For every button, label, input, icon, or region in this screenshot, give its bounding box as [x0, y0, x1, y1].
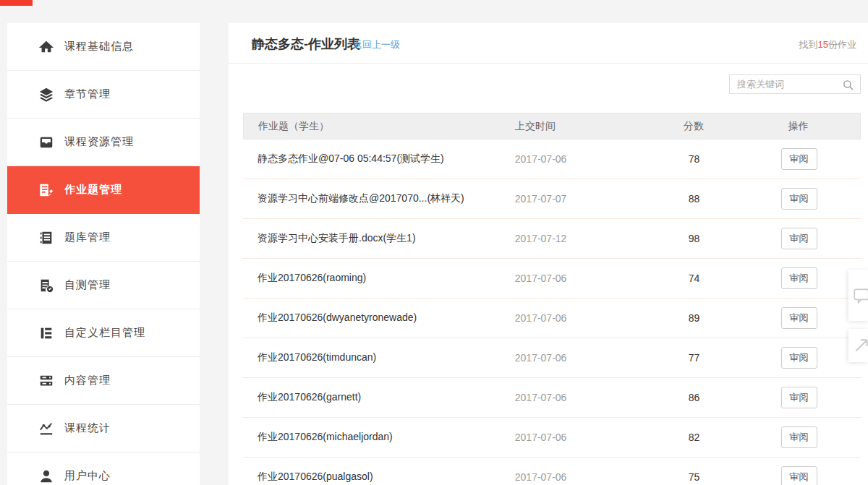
user-icon	[38, 468, 54, 484]
chat-bubble-icon	[852, 286, 868, 305]
assignment-name: 资源学习中心安装手册.docx(学生1)	[243, 232, 515, 245]
found-count: 15	[818, 39, 828, 50]
table-row: 作业20170626(pualgasol)2017-07-0675审阅	[243, 458, 861, 485]
review-button[interactable]: 审阅	[781, 267, 817, 289]
review-button[interactable]: 审阅	[781, 387, 817, 408]
sidebar-item-3[interactable]: 课程资源管理	[7, 119, 200, 166]
action-cell: 审阅	[737, 347, 861, 369]
submit-time: 2017-07-06	[515, 312, 651, 324]
score-value: 89	[651, 312, 738, 324]
column-header-score: 分数	[650, 120, 736, 133]
action-cell: 审阅	[737, 148, 861, 170]
sidebar-item-label: 题库管理	[64, 231, 111, 244]
column-header-submit-time: 上交时间	[515, 120, 650, 133]
submit-time: 2017-07-07	[515, 193, 651, 205]
sidebar-nav: 课程基础信息章节管理课程资源管理作业题管理题库管理自测管理自定义栏目管理内容管理…	[7, 23, 200, 485]
sidebar-item-label: 作业题管理	[64, 183, 122, 197]
action-cell: 审阅	[737, 387, 861, 408]
submit-time: 2017-07-12	[515, 233, 651, 244]
table-row: 作业20170626(garnett)2017-07-0686审阅	[243, 378, 861, 418]
action-cell: 审阅	[737, 188, 861, 210]
content-header: 静态多态-作业列表 返回上一级 找到15份作业	[229, 23, 868, 64]
page-title: 静态多态-作业列表	[252, 35, 360, 53]
question-bank-icon	[38, 230, 54, 246]
found-prefix: 找到	[799, 39, 818, 50]
score-value: 78	[651, 153, 738, 165]
review-button[interactable]: 审阅	[781, 307, 817, 329]
review-button[interactable]: 审阅	[781, 228, 817, 249]
score-value: 98	[651, 233, 738, 244]
assignment-name: 作业20170626(dwyanetyronewade)	[243, 312, 515, 325]
feedback-widget[interactable]	[848, 270, 868, 321]
table-row: 资源学习中心前端修改点@2017070...(林祥天)2017-07-0788审…	[243, 179, 861, 219]
sidebar-item-label: 自定义栏目管理	[64, 326, 145, 340]
search-box	[729, 74, 861, 94]
assignment-name: 静态多态作业@07-06 05:44:57(测试学生)	[243, 153, 515, 166]
content-server-icon	[38, 373, 54, 389]
page-loading-progress-bar	[0, 0, 33, 6]
review-button[interactable]: 审阅	[781, 148, 817, 170]
score-value: 88	[651, 193, 738, 205]
found-suffix: 份作业	[828, 39, 856, 50]
sidebar-item-7[interactable]: 自定义栏目管理	[7, 309, 200, 357]
back-to-top-widget[interactable]	[848, 329, 868, 362]
sidebar-item-9[interactable]: 课程统计	[7, 405, 200, 452]
action-cell: 审阅	[737, 466, 861, 485]
assignment-name: 作业20170626(raoming)	[243, 272, 515, 285]
sidebar-item-5[interactable]: 题库管理	[7, 214, 200, 262]
sidebar-item-label: 章节管理	[64, 87, 111, 101]
submit-time: 2017-07-06	[515, 153, 651, 165]
sidebar-item-label: 课程基础信息	[64, 40, 134, 53]
assignment-name: 作业20170626(pualgasol)	[243, 471, 515, 484]
search-icon[interactable]	[842, 79, 854, 91]
column-header-action: 操作	[737, 120, 860, 133]
table-header-row: 作业题（学生） 上交时间 分数 操作	[243, 113, 861, 140]
assignment-name: 作业20170626(garnett)	[243, 391, 515, 404]
sidebar-item-6[interactable]: 自测管理	[7, 262, 200, 309]
score-value: 82	[651, 432, 738, 443]
sidebar-item-4[interactable]: 作业题管理	[7, 166, 200, 214]
toolbar	[229, 64, 868, 98]
sidebar-item-label: 自测管理	[64, 278, 111, 292]
submit-time: 2017-07-06	[515, 432, 651, 443]
column-header-assignment: 作业题（学生）	[244, 120, 515, 133]
arrow-up-icon	[852, 336, 868, 355]
score-value: 74	[651, 272, 738, 284]
table-body: 静态多态作业@07-06 05:44:57(测试学生)2017-07-0678审…	[243, 140, 861, 485]
review-button[interactable]: 审阅	[781, 188, 817, 210]
table-row: 作业20170626(michaeljordan)2017-07-0682审阅	[243, 418, 861, 458]
assignment-name: 资源学习中心前端修改点@2017070...(林祥天)	[243, 192, 515, 205]
custom-column-icon	[38, 325, 54, 341]
sidebar-item-1[interactable]: 课程基础信息	[7, 23, 200, 71]
sidebar: 课程基础信息章节管理课程资源管理作业题管理题库管理自测管理自定义栏目管理内容管理…	[7, 23, 200, 485]
search-input[interactable]	[730, 75, 837, 93]
assignment-name: 作业20170626(timduncan)	[243, 351, 515, 364]
submit-time: 2017-07-06	[515, 352, 651, 364]
score-value: 75	[651, 471, 738, 483]
submit-time: 2017-07-06	[515, 392, 651, 403]
found-count-text: 找到15份作业	[799, 38, 856, 51]
submit-time: 2017-07-06	[515, 272, 651, 284]
action-cell: 审阅	[737, 267, 861, 289]
assignment-name: 作业20170626(michaeljordan)	[243, 431, 515, 444]
action-cell: 审阅	[737, 307, 861, 329]
back-link[interactable]: 返回上一级	[353, 38, 400, 51]
sidebar-item-10[interactable]: 用户中心	[7, 452, 200, 485]
sidebar-item-2[interactable]: 章节管理	[7, 71, 200, 119]
table-row: 作业20170626(dwyanetyronewade)2017-07-0689…	[243, 299, 861, 338]
table-row: 作业20170626(timduncan)2017-07-0677审阅	[243, 338, 861, 378]
review-button[interactable]: 审阅	[781, 347, 817, 369]
sidebar-item-8[interactable]: 内容管理	[7, 357, 200, 405]
sidebar-item-label: 内容管理	[64, 374, 111, 387]
score-value: 77	[651, 352, 738, 364]
main-panel: 静态多态-作业列表 返回上一级 找到15份作业 作业题（学生） 上交时间 分数 …	[229, 23, 868, 485]
sidebar-item-label: 课程资源管理	[64, 135, 134, 149]
review-button[interactable]: 审阅	[781, 426, 817, 448]
layers-icon	[38, 87, 54, 103]
submit-time: 2017-07-06	[515, 471, 651, 483]
home-icon	[38, 39, 54, 55]
assignments-table: 作业题（学生） 上交时间 分数 操作 静态多态作业@07-06 05:44:57…	[243, 113, 861, 485]
table-row: 作业20170626(raoming)2017-07-0674审阅	[243, 259, 861, 299]
self-test-icon	[38, 278, 54, 293]
review-button[interactable]: 审阅	[781, 466, 817, 485]
